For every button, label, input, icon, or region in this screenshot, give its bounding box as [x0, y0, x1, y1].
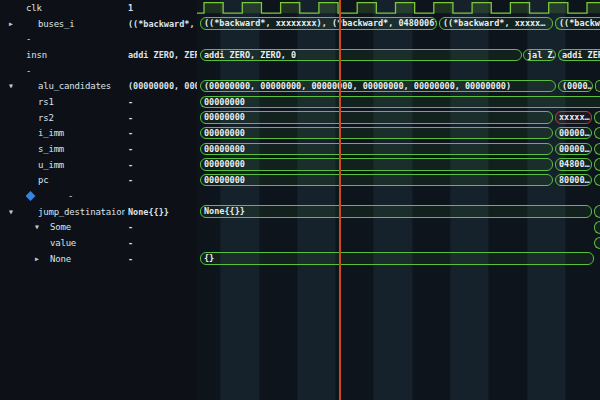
chevron-right-icon[interactable]: ▶ [9, 20, 13, 27]
chevron-down-icon[interactable]: ▼ [9, 208, 13, 215]
bus-segment[interactable]: {} [200, 252, 594, 264]
bus-segment[interactable]: 00000… [555, 143, 592, 155]
signal-value-cell [125, 31, 197, 47]
bus-segment[interactable]: (00000000, 00000000, 00000000, 00000000,… [200, 80, 556, 92]
signal-wave[interactable]: 00000000xxxxx… [197, 110, 600, 126]
chevron-down-icon[interactable]: ▼ [35, 224, 39, 231]
signal-row-value[interactable]: value- [0, 235, 600, 251]
bus-segment[interactable] [594, 143, 600, 155]
bus-segment[interactable]: ((*backward*, xxxxxxxx), (*backward*, 04… [200, 17, 437, 29]
signal-row-i-imm[interactable]: i_imm-0000000000000… [0, 125, 600, 141]
bus-segment[interactable]: ((*backw [555, 17, 600, 29]
signal-name-cell: ▶buses_i [0, 16, 125, 32]
chevron-down-icon[interactable]: ▼ [9, 83, 13, 90]
bus-segment-unknown[interactable]: xxxxx… [555, 111, 592, 123]
bus-segment[interactable]: 00000… [555, 127, 592, 139]
signal-value-label: - [128, 222, 133, 232]
signal-value-cell: - [125, 172, 197, 188]
bus-segment[interactable] [595, 80, 600, 92]
signal-wave[interactable] [197, 31, 600, 47]
signal-name-label: insn [26, 50, 47, 60]
bus-segment[interactable] [594, 111, 600, 123]
signal-name-label: None [50, 254, 71, 264]
signal-wave[interactable]: None{{}} [197, 204, 600, 220]
signal-row-some[interactable]: ▼Some- [0, 220, 600, 236]
signal-name-cell: pc [0, 172, 125, 188]
signal-wave[interactable]: {} [197, 251, 600, 267]
signal-name-label: rs1 [38, 97, 54, 107]
signal-row-s-imm[interactable]: s_imm-0000000000000… [0, 141, 600, 157]
signal-row-none[interactable]: ▶None-{} [0, 251, 600, 267]
signal-wave[interactable] [197, 220, 600, 236]
signal-row-insn[interactable]: insnaddi ZERO, ZERaddi ZERO, ZERO, 0jal … [0, 47, 600, 63]
signal-name-label: clk [26, 3, 42, 13]
signal-rows: clk1▶buses_i((*backward*,((*backward*, x… [0, 0, 600, 400]
bus-segment[interactable] [594, 127, 600, 139]
bus-segment[interactable]: (0000… [558, 80, 593, 92]
bus-segment[interactable] [594, 158, 600, 170]
bus-segment[interactable]: jal Z… [523, 49, 556, 61]
signal-wave[interactable] [197, 63, 600, 79]
signal-name-cell: u_imm [0, 157, 125, 173]
signal-row-rs1[interactable]: rs1-00000000 [0, 94, 600, 110]
bus-segment[interactable]: addi ZERO, ZERO, 0 [200, 49, 522, 61]
signal-name-cell: i_imm [0, 125, 125, 141]
signal-wave[interactable]: 00000000 [197, 94, 600, 110]
signal-name-cell: ▼alu_candidates [0, 78, 125, 94]
chevron-right-icon[interactable]: ▶ [35, 255, 39, 262]
signal-wave[interactable]: 0000000000000… [197, 125, 600, 141]
signal-row-rs2[interactable]: rs2-00000000xxxxx… [0, 110, 600, 126]
signal-value-cell: - [125, 157, 197, 173]
bus-segment[interactable]: 00000000 [200, 96, 600, 108]
signal-wave[interactable] [197, 235, 600, 251]
signal-name-cell: value [0, 235, 125, 251]
bus-segment[interactable] [594, 205, 600, 217]
signal-value-cell: 1 [125, 0, 197, 16]
signal-row-clk[interactable]: clk1 [0, 0, 600, 16]
signal-row-jump-destinataion[interactable]: ▼jump_destinataionNone{{}}None{{}} [0, 204, 600, 220]
signal-name-label: alu_candidates [38, 81, 111, 91]
signal-wave[interactable]: 0000000000000… [197, 141, 600, 157]
bus-segment[interactable] [594, 237, 600, 249]
signal-value-label: 1 [128, 3, 133, 13]
signal-name-label: - [68, 191, 73, 201]
signal-row-buses-i[interactable]: ▶buses_i((*backward*,((*backward*, xxxxx… [0, 16, 600, 32]
signal-value-label: - [128, 160, 133, 170]
signal-row-pc[interactable]: pc-0000000080000… [0, 172, 600, 188]
signal-row-divider[interactable]: - [0, 31, 600, 47]
bus-segment[interactable]: None{{}} [200, 205, 592, 217]
bus-segment[interactable]: 04800… [555, 158, 592, 170]
signal-row-divider[interactable]: - [0, 188, 600, 204]
signal-name-cell: ▼jump_destinataion [0, 204, 125, 220]
bus-segment[interactable] [594, 221, 600, 233]
signal-wave[interactable]: addi ZERO, ZERO, 0jal Z…addi ZER [197, 47, 600, 63]
signal-name-cell: - [0, 63, 125, 79]
bus-segment[interactable]: 00000000 [200, 158, 553, 170]
timeline-cursor[interactable] [339, 0, 341, 400]
signal-value-cell: - [125, 94, 197, 110]
signal-value-cell [125, 63, 197, 79]
signal-value-cell: - [125, 110, 197, 126]
bus-segment[interactable]: ((*backward*, xxxxx… [439, 17, 553, 29]
signal-wave[interactable]: (00000000, 00000000, 00000000, 00000000,… [197, 78, 600, 94]
bus-segment[interactable]: 00000000 [200, 143, 553, 155]
signal-value-label: addi ZERO, ZER [128, 50, 197, 60]
signal-name-label: value [50, 238, 76, 248]
signal-row-alu-candidates[interactable]: ▼alu_candidates(00000000, 000(00000000, … [0, 78, 600, 94]
signal-wave[interactable]: ((*backward*, xxxxxxxx), (*backward*, 04… [197, 16, 600, 32]
signal-wave[interactable] [197, 188, 600, 204]
signal-wave[interactable]: 0000000080000… [197, 172, 600, 188]
bus-segment[interactable]: 00000000 [200, 174, 553, 186]
signal-row-divider[interactable]: - [0, 63, 600, 79]
signal-wave[interactable]: 0000000004800… [197, 157, 600, 173]
signal-row-u-imm[interactable]: u_imm-0000000004800… [0, 157, 600, 173]
clock-waveform [197, 0, 600, 16]
bus-segment[interactable]: 00000000 [200, 127, 553, 139]
signal-name-label: - [26, 66, 31, 76]
bus-segment[interactable]: 00000000 [200, 111, 553, 123]
bus-segment[interactable]: 80000… [555, 174, 592, 186]
bus-segment[interactable]: addi ZER [558, 49, 600, 61]
bus-segment[interactable] [594, 174, 600, 186]
signal-name-cell: clk [0, 0, 125, 16]
signal-wave[interactable] [197, 0, 600, 16]
